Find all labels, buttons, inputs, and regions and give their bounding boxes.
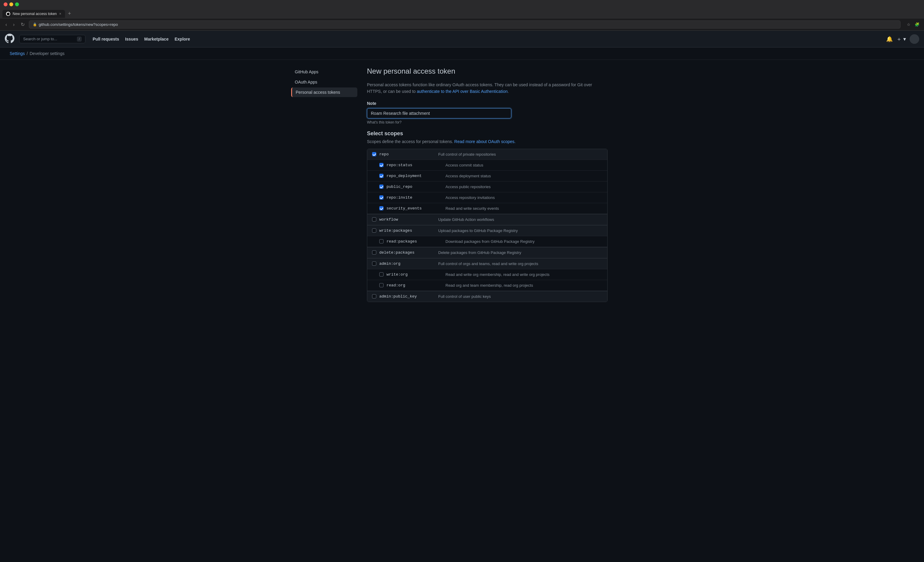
scope-desc-repo-deployment: Access deployment status bbox=[446, 174, 491, 178]
scope-checkbox-repo[interactable] bbox=[372, 152, 376, 156]
address-bar-row: ‹ › ↻ 🔒 github.com/settings/tokens/new?s… bbox=[0, 19, 924, 30]
scopes-title: Select scopes bbox=[367, 130, 608, 137]
oauth-scopes-link[interactable]: Read more about OAuth scopes. bbox=[454, 139, 516, 144]
titlebar bbox=[0, 0, 924, 9]
description-suffix: . bbox=[508, 89, 509, 94]
scope-row-admin-org: admin:org Full control of orgs and teams… bbox=[367, 258, 607, 269]
scope-name-read-org: read:org bbox=[387, 283, 441, 288]
avatar[interactable] bbox=[910, 34, 919, 44]
breadcrumb-separator: / bbox=[27, 51, 28, 56]
scope-checkbox-repo-status[interactable] bbox=[379, 163, 384, 167]
browser-chrome: ⬤ New personal access token × + ‹ › ↻ 🔒 … bbox=[0, 0, 924, 31]
tab-favicon: ⬤ bbox=[6, 12, 10, 16]
breadcrumb-settings[interactable]: Settings bbox=[10, 51, 25, 56]
new-tab-button[interactable]: + bbox=[65, 9, 74, 19]
scope-desc-repo-status: Access commit status bbox=[446, 163, 483, 167]
tab-bar: ⬤ New personal access token × + bbox=[0, 9, 924, 19]
traffic-lights bbox=[4, 2, 19, 6]
github-logo[interactable] bbox=[5, 34, 14, 44]
scope-row-repo: repo Full control of private repositorie… bbox=[367, 149, 607, 160]
scope-desc-delete-packages: Delete packages from GitHub Package Regi… bbox=[438, 250, 521, 255]
note-hint: What's this token for? bbox=[367, 120, 608, 124]
scope-row-workflow: workflow Update GitHub Action workflows bbox=[367, 214, 607, 225]
tab-close-button[interactable]: × bbox=[59, 12, 62, 16]
scope-checkbox-read-org[interactable] bbox=[379, 283, 384, 287]
scope-checkbox-public-repo[interactable] bbox=[379, 185, 384, 189]
scope-desc-write-packages: Upload packages to GitHub Package Regist… bbox=[438, 229, 518, 233]
scope-desc-admin-org: Full control of orgs and teams, read and… bbox=[438, 262, 538, 266]
nav-pull-requests[interactable]: Pull requests bbox=[93, 37, 119, 42]
scope-desc-repo-invite: Access repository invitations bbox=[446, 195, 495, 200]
scope-desc-security-events: Read and write security events bbox=[446, 206, 499, 211]
note-form-group: Note What's this token for? bbox=[367, 101, 608, 124]
scope-desc-repo: Full control of private repositories bbox=[438, 152, 496, 157]
forward-button[interactable]: › bbox=[11, 21, 16, 28]
scope-name-security-events: security_events bbox=[387, 206, 441, 211]
maximize-window-button[interactable] bbox=[15, 2, 19, 6]
page-title: New personal access token bbox=[367, 67, 608, 75]
scope-row-repo-invite: repo:invite Access repository invitation… bbox=[367, 192, 607, 203]
scope-row-admin-public-key: admin:public_key Full control of user pu… bbox=[367, 291, 607, 302]
scope-desc-read-packages: Download packages from GitHub Package Re… bbox=[446, 239, 534, 244]
scope-checkbox-security-events[interactable] bbox=[379, 206, 384, 210]
scope-checkbox-write-packages[interactable] bbox=[372, 229, 376, 233]
toolbar-icons: ☆ 🧩 bbox=[905, 21, 920, 28]
scopes-desc-text: Scopes define the access for personal to… bbox=[367, 139, 454, 144]
lock-icon: 🔒 bbox=[33, 22, 37, 27]
scope-row-read-org: read:org Read org and team membership, r… bbox=[367, 280, 607, 291]
search-box[interactable]: Search or jump to... / bbox=[19, 35, 86, 43]
scopes-section: Select scopes Scopes define the access f… bbox=[367, 130, 608, 302]
notifications-button[interactable]: 🔔 bbox=[886, 36, 893, 42]
extensions-icon[interactable]: 🧩 bbox=[914, 21, 920, 28]
scope-name-write-packages: write:packages bbox=[379, 229, 434, 233]
minimize-window-button[interactable] bbox=[9, 2, 13, 6]
active-tab[interactable]: ⬤ New personal access token × bbox=[2, 10, 65, 18]
sidebar-item-github-apps[interactable]: GitHub Apps bbox=[291, 67, 357, 77]
scope-checkbox-admin-public-key[interactable] bbox=[372, 294, 376, 299]
nav-marketplace[interactable]: Marketplace bbox=[144, 37, 169, 42]
scopes-table: repo Full control of private repositorie… bbox=[367, 149, 608, 302]
scope-name-read-packages: read:packages bbox=[387, 239, 441, 244]
bookmark-icon[interactable]: ☆ bbox=[905, 21, 912, 28]
sidebar-item-personal-access-tokens[interactable]: Personal access tokens bbox=[291, 87, 357, 97]
main-layout: GitHub Apps OAuth Apps Personal access t… bbox=[282, 60, 642, 309]
address-bar[interactable]: 🔒 github.com/settings/tokens/new?scopes=… bbox=[29, 21, 900, 28]
scope-desc-read-org: Read org and team membership, read org p… bbox=[446, 283, 533, 288]
scope-name-public-repo: public_repo bbox=[387, 185, 441, 189]
back-button[interactable]: ‹ bbox=[4, 21, 9, 28]
scope-row-delete-packages: delete:packages Delete packages from Git… bbox=[367, 247, 607, 258]
refresh-button[interactable]: ↻ bbox=[19, 21, 27, 28]
breadcrumb: Settings / Developer settings bbox=[0, 48, 924, 60]
nav-explore[interactable]: Explore bbox=[174, 37, 190, 42]
scope-row-security-events: security_events Read and write security … bbox=[367, 203, 607, 214]
scope-checkbox-repo-invite[interactable] bbox=[379, 195, 384, 200]
scope-desc-public-repo: Access public repositories bbox=[446, 185, 490, 189]
scope-name-admin-public-key: admin:public_key bbox=[379, 294, 434, 299]
scope-checkbox-admin-org[interactable] bbox=[372, 262, 376, 266]
scope-row-read-packages: read:packages Download packages from Git… bbox=[367, 236, 607, 247]
scope-checkbox-write-org[interactable] bbox=[379, 272, 384, 277]
url-display: github.com/settings/tokens/new?scopes=re… bbox=[39, 22, 118, 27]
nav-issues[interactable]: Issues bbox=[125, 37, 138, 42]
sidebar-item-oauth-apps[interactable]: OAuth Apps bbox=[291, 77, 357, 87]
new-menu-button[interactable]: ＋ ▾ bbox=[896, 36, 906, 43]
search-placeholder: Search or jump to... bbox=[23, 37, 57, 41]
search-kbd: / bbox=[77, 37, 81, 42]
close-window-button[interactable] bbox=[4, 2, 8, 6]
scope-name-repo-invite: repo:invite bbox=[387, 195, 441, 200]
breadcrumb-current: Developer settings bbox=[30, 51, 64, 56]
nav-right: 🔔 ＋ ▾ bbox=[886, 34, 919, 44]
tab-title: New personal access token bbox=[13, 12, 57, 16]
scope-checkbox-read-packages[interactable] bbox=[379, 239, 384, 244]
scope-row-repo-status: repo:status Access commit status bbox=[367, 160, 607, 171]
note-label: Note bbox=[367, 101, 608, 106]
github-nav: Search or jump to... / Pull requests Iss… bbox=[0, 31, 924, 48]
scope-checkbox-repo-deployment[interactable] bbox=[379, 174, 384, 178]
api-auth-link[interactable]: authenticate to the API over Basic Authe… bbox=[417, 89, 508, 94]
scope-checkbox-delete-packages[interactable] bbox=[372, 250, 376, 254]
note-input[interactable] bbox=[367, 108, 512, 118]
scope-checkbox-workflow[interactable] bbox=[372, 217, 376, 221]
nav-links: Pull requests Issues Marketplace Explore bbox=[93, 37, 190, 42]
scope-row-public-repo: public_repo Access public repositories bbox=[367, 181, 607, 192]
scope-name-repo-deployment: repo_deployment bbox=[387, 174, 441, 178]
